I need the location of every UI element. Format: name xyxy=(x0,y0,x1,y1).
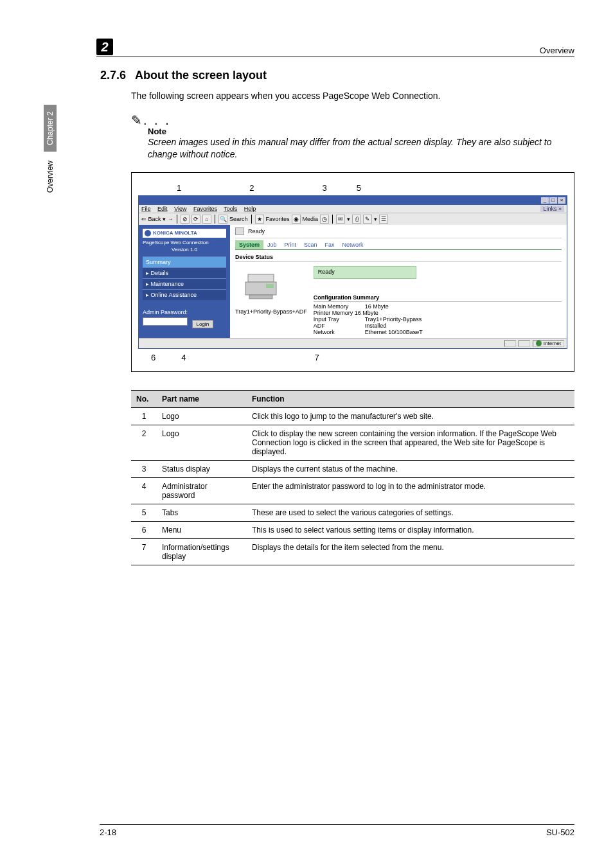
menu-view[interactable]: View xyxy=(174,206,186,212)
brand-logo-icon xyxy=(145,230,151,236)
status-cell xyxy=(504,340,516,347)
menu-file[interactable]: File xyxy=(141,206,151,212)
tab-job[interactable]: Job xyxy=(263,240,281,249)
minimize-icon[interactable]: _ xyxy=(541,197,549,204)
side-tab: Overview Chapter 2 xyxy=(44,105,57,193)
refresh-icon[interactable]: ⟳ xyxy=(191,215,200,224)
callout-7: 7 xyxy=(314,353,319,362)
callout-4: 4 xyxy=(181,353,186,362)
callouts-top: 1 2 3 5 xyxy=(177,183,567,193)
back-button[interactable]: ⇐ Back ▾ xyxy=(141,216,166,222)
tab-print[interactable]: Print xyxy=(281,240,301,249)
menubar: File Edit View Favorites Tools Help Link… xyxy=(139,205,567,213)
table-row: 7 Information/settings display Displays … xyxy=(131,538,574,565)
cell-no: 2 xyxy=(131,425,157,460)
ready-status-box: Ready xyxy=(314,266,416,279)
footer: 2-18 SU-502 xyxy=(100,824,574,837)
tab-network[interactable]: Network xyxy=(339,240,368,249)
note-dots: . . . xyxy=(143,113,171,127)
cell-no: 1 xyxy=(131,407,157,425)
nav-details[interactable]: ▸ Details xyxy=(143,267,226,278)
search-icon[interactable]: 🔍 xyxy=(218,215,227,224)
th-func: Function xyxy=(247,390,574,407)
figure-box: 1 2 3 5 _ □ × File Edit View Favorites xyxy=(131,172,574,372)
table-row: 1 Logo Click this logo to jump to the ma… xyxy=(131,407,574,425)
table-row: 5 Tabs These are used to select the vari… xyxy=(131,504,574,521)
menu-tools[interactable]: Tools xyxy=(224,206,237,212)
discuss-icon[interactable]: ☰ xyxy=(379,215,388,224)
media-icon[interactable]: ◉ xyxy=(292,215,301,224)
nav-online-assistance[interactable]: ▸ Online Assistance xyxy=(143,289,226,300)
print-icon[interactable]: ⎙ xyxy=(352,215,361,224)
cfg-net-k: Network xyxy=(314,329,359,335)
cell-part: Logo xyxy=(157,425,247,460)
brand-logo[interactable]: KONICA MINOLTA xyxy=(143,229,226,238)
cell-part: Information/settings display xyxy=(157,538,247,565)
section-title: About the screen layout xyxy=(135,69,267,82)
toolbar: ⇐ Back ▾ → ⊘ ⟳ ⌂ 🔍Search ★Favorites ◉Med… xyxy=(139,213,567,225)
admin-password-input[interactable] xyxy=(143,317,188,326)
note-text: Screen images used in this manual may di… xyxy=(148,136,574,161)
admin-password-label: Admin Password: xyxy=(143,309,226,315)
maximize-icon[interactable]: □ xyxy=(549,197,557,204)
cell-func: Displays the details for the item select… xyxy=(247,538,574,565)
brand-logo-text: KONICA MINOLTA xyxy=(153,230,197,236)
close-icon[interactable]: × xyxy=(558,197,565,204)
chapter-badge: 2 xyxy=(96,39,113,55)
history-icon[interactable]: ◷ xyxy=(320,215,329,224)
cfg-input-v: Tray1+Priority-Bypass xyxy=(365,316,422,323)
cfg-adf-k: ADF xyxy=(314,323,359,329)
nav-summary[interactable]: Summary xyxy=(143,256,226,267)
search-label[interactable]: Search xyxy=(229,216,248,222)
tab-system[interactable]: System xyxy=(235,240,263,249)
section-number: 2.7.6 xyxy=(100,69,126,82)
cell-no: 7 xyxy=(131,538,157,565)
printer-status-icon xyxy=(235,227,244,235)
side-tab-chapter: Chapter 2 xyxy=(44,105,57,152)
status-cell xyxy=(519,340,530,347)
callout-5: 5 xyxy=(357,183,361,193)
ready-text: Ready xyxy=(248,228,265,235)
cell-part: Administrator password xyxy=(157,477,247,504)
right-pane: Ready System Job Print Scan Fax Network … xyxy=(230,225,567,338)
tab-fax[interactable]: Fax xyxy=(321,240,339,249)
callouts-bottom: 6 4 7 xyxy=(151,353,567,362)
nav-maintenance[interactable]: ▸ Maintenance xyxy=(143,278,226,289)
menu-links[interactable]: Links xyxy=(543,206,556,212)
config-summary-header: Configuration Summary xyxy=(314,294,562,302)
cell-no: 4 xyxy=(131,477,157,504)
edit-icon[interactable]: ✎ xyxy=(363,215,372,224)
menu-help[interactable]: Help xyxy=(244,206,256,212)
cfg-main-mem-v: 16 Mbyte xyxy=(365,303,389,310)
cell-part: Tabs xyxy=(157,504,247,521)
left-pane: KONICA MINOLTA PageScope Web Connection … xyxy=(139,225,230,338)
home-icon[interactable]: ⌂ xyxy=(202,215,211,224)
cfg-printer-mem: Printer Memory 16 Mbyte xyxy=(314,310,562,316)
callout-1: 1 xyxy=(177,183,181,193)
mail-icon[interactable]: ✉ xyxy=(336,215,345,224)
cell-func: These are used to select the various cat… xyxy=(247,504,574,521)
svg-rect-0 xyxy=(248,274,274,282)
cell-func: Enter the administrator password to log … xyxy=(247,477,574,504)
tabs-row: System Job Print Scan Fax Network xyxy=(235,240,562,250)
cell-no: 6 xyxy=(131,521,157,538)
stop-icon[interactable]: ⊘ xyxy=(181,215,190,224)
favorites-icon[interactable]: ★ xyxy=(255,215,264,224)
tab-scan[interactable]: Scan xyxy=(300,240,321,249)
cfg-adf-v: Installed xyxy=(365,323,387,329)
favorites-label[interactable]: Favorites xyxy=(266,216,290,222)
pagescope-logo[interactable]: PageScope Web Connection xyxy=(143,240,226,245)
table-row: 6 Menu This is used to select various se… xyxy=(131,521,574,538)
menu-favorites[interactable]: Favorites xyxy=(193,206,217,212)
cell-part: Menu xyxy=(157,521,247,538)
cell-part: Logo xyxy=(157,407,247,425)
pencil-icon: ✎ xyxy=(131,113,142,127)
media-label[interactable]: Media xyxy=(303,216,319,222)
callout-2: 2 xyxy=(249,183,254,193)
parts-table: No. Part name Function 1 Logo Click this… xyxy=(131,390,574,565)
cfg-input-k: Input Tray xyxy=(314,316,359,323)
login-button[interactable]: Login xyxy=(192,320,214,328)
forward-button[interactable]: → xyxy=(168,216,173,222)
note-label: Note xyxy=(148,127,574,136)
menu-edit[interactable]: Edit xyxy=(157,206,168,212)
